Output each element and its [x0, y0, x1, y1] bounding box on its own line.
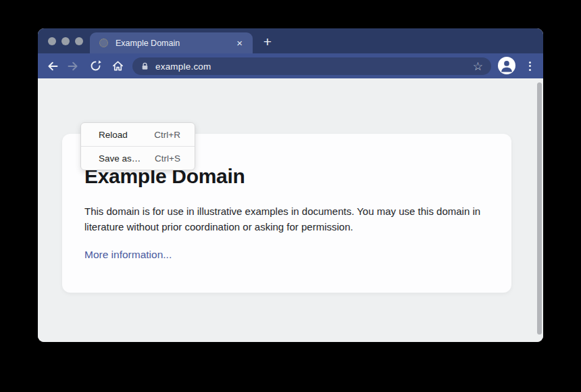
- traffic-light-minimize[interactable]: [61, 37, 70, 45]
- avatar-icon: [499, 58, 514, 73]
- favicon-icon: [99, 39, 108, 47]
- menu-item-label: Reload: [99, 130, 128, 140]
- tab-title: Example Domain: [116, 39, 234, 48]
- lock-icon: [141, 62, 149, 71]
- menu-item-label: Save as…: [99, 153, 141, 164]
- home-icon: [111, 59, 124, 72]
- menu-item-reload[interactable]: Reload Ctrl+R: [81, 123, 195, 146]
- browser-window: Example Domain × + example.com ☆: [38, 28, 543, 342]
- more-information-link[interactable]: More information...: [84, 249, 172, 261]
- menu-item-shortcut: Ctrl+S: [155, 153, 180, 164]
- traffic-light-close[interactable]: [48, 37, 56, 45]
- bookmark-star-icon[interactable]: ☆: [473, 61, 483, 72]
- menu-item-shortcut: Ctrl+R: [154, 130, 180, 140]
- page-viewport: Reload Ctrl+R Save as… Ctrl+S Example Do…: [38, 78, 543, 342]
- forward-icon: [66, 59, 80, 73]
- title-bar: Example Domain × +: [38, 28, 543, 53]
- browser-menu-button[interactable]: [525, 57, 534, 74]
- context-menu: Reload Ctrl+R Save as… Ctrl+S: [80, 122, 195, 170]
- tab-close-icon[interactable]: ×: [234, 36, 245, 49]
- profile-avatar[interactable]: [498, 57, 515, 74]
- reload-button[interactable]: [86, 57, 104, 75]
- forward-button[interactable]: [64, 57, 82, 75]
- vertical-scrollbar[interactable]: [537, 82, 542, 335]
- window-controls: [48, 37, 83, 45]
- page-paragraph: This domain is for use in illustrative e…: [84, 204, 482, 235]
- menu-item-save-as[interactable]: Save as… Ctrl+S: [81, 147, 195, 170]
- new-tab-button[interactable]: +: [260, 34, 275, 49]
- reload-icon: [89, 59, 102, 72]
- traffic-light-maximize[interactable]: [75, 37, 83, 45]
- kebab-menu-icon: [529, 62, 531, 64]
- home-button[interactable]: [109, 57, 126, 75]
- back-icon: [46, 59, 59, 73]
- address-bar[interactable]: example.com ☆: [132, 57, 491, 75]
- tab-example-domain[interactable]: Example Domain ×: [90, 32, 253, 53]
- url-text: example.com: [155, 62, 473, 72]
- back-button[interactable]: [44, 57, 61, 75]
- navigation-toolbar: example.com ☆: [38, 53, 543, 78]
